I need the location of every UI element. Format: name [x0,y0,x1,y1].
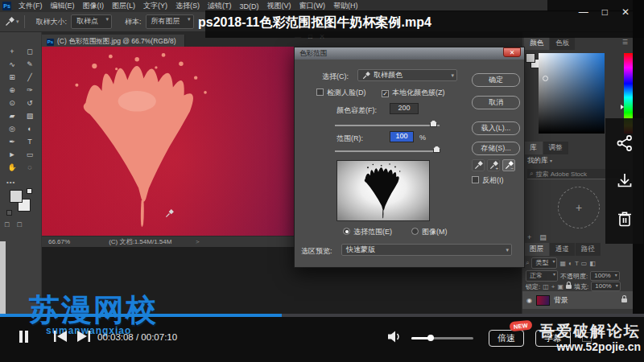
volume-knob[interactable] [427,335,434,341]
cancel-button[interactable]: 取消 [472,96,520,109]
trash-icon[interactable] [616,210,634,228]
filter-shape-icon[interactable]: ▭ [581,260,588,267]
dialog-title-bar[interactable]: 色彩范围 [295,47,524,60]
lock-artboard-icon[interactable]: ▣ [557,283,564,290]
tool-dodge[interactable]: ◐ [21,122,39,135]
selection-preview-dropdown[interactable]: 快速蒙版 ▾ [341,244,512,256]
screen-mode-button[interactable]: □ [17,220,21,228]
detect-faces-checkbox[interactable]: 检测人脸(D) [316,88,366,98]
library-add-button[interactable]: + [527,233,531,241]
dialog-close-button[interactable]: ✕ [503,47,521,57]
library-name-dropdown[interactable]: 我的库 ▾ [527,156,552,166]
lock-transparent-icon[interactable]: ◫ [543,283,549,290]
localized-clusters-checkbox[interactable]: ✓本地化颜色簇(Z) [382,88,445,98]
switch-colors-icon[interactable] [6,210,12,216]
tab-libraries[interactable]: 库 [524,142,543,154]
invert-checkbox[interactable]: 反相(I) [472,175,504,186]
tab-layers[interactable]: 图层 [524,243,549,256]
tool-brush[interactable]: ✑ [21,84,39,97]
tool-zoom[interactable]: ◌ [21,161,39,174]
fill-dropdown[interactable]: 100% ▾ [591,282,620,291]
library-drop-zone[interactable]: + [558,187,600,228]
image-radio-button[interactable] [411,228,419,235]
save-button[interactable]: 存储(S)... [472,142,520,155]
foreground-color-swatch[interactable] [10,190,23,203]
filter-smart-icon[interactable]: ◧ [589,260,596,267]
tool-eyedropper[interactable]: ╱ [21,71,39,84]
previous-button[interactable] [54,331,67,342]
blend-mode-dropdown[interactable]: 正常 ▾ [526,270,558,282]
volume-slider[interactable] [411,337,473,339]
menu-edit[interactable]: 编辑(E) [47,1,79,11]
tab-paths[interactable]: 路径 [576,243,601,256]
tool-lasso[interactable]: ∿ [3,58,21,71]
toolbar-more-icon[interactable]: ••• [6,179,15,186]
eyedropper-sample-button[interactable] [472,159,485,171]
tool-marquee[interactable]: ◻ [21,45,39,58]
tab-adjustments[interactable]: 调整 [543,142,568,154]
filter-pixel-icon[interactable]: ▦ [559,260,566,267]
share-icon[interactable] [616,134,634,152]
menu-file[interactable]: 文件(F) [14,1,47,11]
tab-swatches[interactable]: 色板 [550,37,575,50]
sample-dropdown[interactable]: 所有图层 ▾ [146,14,194,29]
fuzziness-slider-thumb[interactable] [430,120,437,127]
library-folder-button[interactable]: ▤ [539,233,547,241]
menu-3d[interactable]: 3D(D) [236,2,263,10]
selection-preview-thumbnail[interactable] [336,160,430,221]
volume-icon[interactable] [388,331,402,343]
opacity-dropdown[interactable]: 100% ▾ [590,271,619,281]
menu-layer[interactable]: 图层(L) [108,1,139,11]
layer-row-background[interactable]: ◉ 背景 [522,291,634,309]
quick-mask-button[interactable]: □ [5,220,9,228]
menu-type[interactable]: 文字(Y) [139,1,171,11]
tool-path-selection[interactable]: ► [3,148,21,161]
color-picker-cursor[interactable] [543,76,548,81]
range-slider-thumb[interactable] [433,146,440,153]
tool-pen[interactable]: ✒ [3,135,21,148]
tool-move[interactable]: + [3,45,21,58]
selection-radio[interactable]: 选择范围(E) [343,227,392,237]
filter-adjustment-icon[interactable]: ◐ [568,260,572,267]
close-button[interactable]: ✕ [621,6,630,18]
default-colors-icon[interactable] [27,188,32,194]
load-button[interactable]: 载入(L)... [472,121,520,135]
select-dropdown[interactable]: 取样颜色 ▾ [357,69,457,81]
fuzziness-input[interactable]: 200 [390,103,419,114]
minimize-button[interactable]: — [579,6,588,18]
fuzziness-slider[interactable] [335,125,440,126]
next-button[interactable] [77,331,90,342]
lock-all-icon[interactable] [566,285,572,289]
eyedropper-tool-icon[interactable]: ▾ [5,17,19,27]
pause-button[interactable] [19,331,32,343]
sample-size-dropdown[interactable]: 取样点 ▾ [71,14,112,29]
tool-type[interactable]: T [21,135,39,148]
playback-speed-button[interactable]: 倍速 [489,330,524,347]
tab-color[interactable]: 颜色 [524,37,549,50]
zoom-level-value[interactable]: 66.67% [48,238,70,245]
tool-blur[interactable]: ◎ [3,122,21,135]
video-progress-bar[interactable] [0,314,644,317]
tool-healing-brush[interactable]: ⊕ [3,84,21,97]
tool-hand[interactable]: ✋ [3,161,21,174]
range-slider[interactable] [335,150,440,152]
localized-clusters-checkbox-box[interactable]: ✓ [382,90,389,97]
layer-filter-dropdown[interactable]: 类型 ▾ [531,257,557,269]
panel-foreground-swatch[interactable] [526,53,535,63]
selection-radio-button[interactable] [343,228,350,235]
color-picker-field[interactable] [539,53,605,134]
ok-button[interactable]: 确定 [472,73,520,87]
menu-select[interactable]: 选择(S) [171,1,204,11]
panel-menu-icon[interactable]: ☰ [622,39,628,46]
detect-faces-checkbox-box[interactable] [316,88,324,96]
filter-type-icon[interactable]: T [575,260,579,267]
status-chevron-icon[interactable]: ＞ [194,237,200,246]
image-radio[interactable]: 图像(M) [411,227,448,237]
invert-checkbox-box[interactable] [472,176,479,183]
eyedropper-add-button[interactable]: + [487,159,500,171]
tab-channels[interactable]: 通道 [550,243,575,256]
download-icon[interactable] [616,172,634,190]
tool-gradient[interactable]: ▧ [21,109,39,122]
layer-visibility-eye-icon[interactable]: ◉ [526,297,532,304]
tool-shape[interactable]: ▭ [21,148,39,161]
